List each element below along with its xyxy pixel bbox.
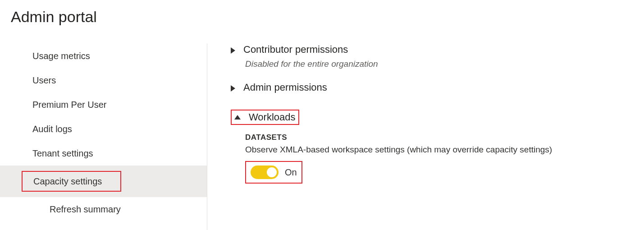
datasets-heading: DATASETS	[245, 133, 644, 142]
section-contributor-permissions: Contributor permissions Disabled for the…	[231, 44, 644, 69]
chevron-right-icon	[231, 85, 235, 92]
sidebar-item-tenant-settings[interactable]: Tenant settings	[0, 141, 207, 166]
sidebar-item-label: Capacity settings	[33, 176, 102, 186]
workloads-title: Workloads	[249, 111, 296, 123]
sidebar-item-refresh-summary[interactable]: Refresh summary	[0, 197, 207, 221]
workloads-header[interactable]: Workloads	[234, 111, 296, 123]
sidebar-item-capacity-settings[interactable]: Capacity settings	[0, 166, 207, 197]
xmla-toggle-label: On	[285, 167, 297, 178]
highlight-box: Workloads	[231, 110, 299, 125]
highlight-box: On	[245, 161, 302, 184]
contributor-permissions-subtitle: Disabled for the entire organization	[245, 59, 644, 69]
sidebar-item-premium-per-user[interactable]: Premium Per User	[0, 92, 207, 117]
sidebar-item-embed-codes[interactable]: Embed Codes	[0, 221, 207, 230]
sidebar-item-audit-logs[interactable]: Audit logs	[0, 117, 207, 141]
page-title: Admin portal	[0, 0, 644, 26]
contributor-permissions-title: Contributor permissions	[243, 44, 348, 55]
admin-permissions-title: Admin permissions	[243, 82, 327, 93]
admin-permissions-header[interactable]: Admin permissions	[231, 82, 644, 93]
datasets-description: Observe XMLA-based workspace settings (w…	[245, 145, 644, 155]
chevron-right-icon	[231, 47, 235, 54]
highlight-box: Capacity settings	[22, 171, 121, 192]
xmla-toggle-row: On	[251, 166, 297, 179]
toggle-knob	[267, 167, 277, 177]
main-content: Contributor permissions Disabled for the…	[207, 44, 644, 230]
sidebar-item-users[interactable]: Users	[0, 68, 207, 92]
chevron-up-icon	[234, 115, 241, 120]
sidebar-item-usage-metrics[interactable]: Usage metrics	[0, 44, 207, 68]
workloads-content: DATASETS Observe XMLA-based workspace se…	[245, 133, 644, 184]
xmla-toggle[interactable]	[251, 166, 279, 179]
section-admin-permissions: Admin permissions	[231, 82, 644, 93]
contributor-permissions-header[interactable]: Contributor permissions	[231, 44, 644, 55]
section-workloads: Workloads DATASETS Observe XMLA-based wo…	[231, 110, 644, 184]
sidebar: Usage metrics Users Premium Per User Aud…	[0, 44, 207, 230]
